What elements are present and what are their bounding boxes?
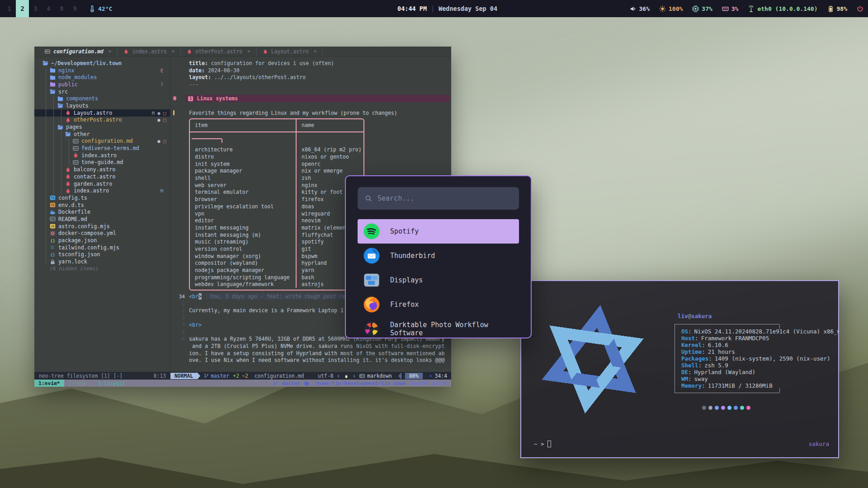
file-tree-item[interactable]: README.md <box>34 216 170 223</box>
tmux-window-tab[interactable]: 2:node- <box>64 380 94 387</box>
editor-tab[interactable]: configuration.md × <box>39 47 118 56</box>
file-tree-item[interactable]: public ? <box>34 81 170 88</box>
file-tree-item[interactable]: Dockerfile <box>34 208 170 216</box>
neotree-position: 8:13 <box>154 373 166 379</box>
table-row: init system openrc <box>190 160 363 168</box>
power-button[interactable] <box>857 5 863 12</box>
file-name: config.ts <box>58 195 87 201</box>
powerline-separator: ‹ <box>353 373 356 379</box>
tmux-clock: Sep 04 16:44 <box>410 380 447 386</box>
tab-label: configuration.md <box>53 48 104 55</box>
search-input[interactable]: Search... <box>358 187 519 210</box>
launcher-app-item[interactable]: Darktable Photo Workflow Software <box>358 317 519 338</box>
volume-widget[interactable]: 36% <box>630 5 650 12</box>
heading-level-icon: 1 <box>188 96 193 101</box>
workspace-button[interactable]: 9 <box>68 0 81 17</box>
file-tree-item[interactable]: garden.astro <box>34 180 170 188</box>
file-tree-item[interactable]: docker-compose.yml <box>34 230 170 237</box>
file-tree-item[interactable]: components <box>34 95 170 102</box>
file-tree-item[interactable]: src <box>34 88 170 95</box>
file-tree-root[interactable]: ~/Development/liv.town <box>34 60 170 67</box>
file-tree-item[interactable]: fediverse-terms.md <box>34 145 170 152</box>
table-header-row: item name <box>190 119 363 132</box>
editor-tab[interactable]: index.astro × <box>118 47 181 56</box>
table-row: version control git <box>190 245 363 253</box>
close-icon[interactable]: × <box>247 48 250 54</box>
file-tree-item[interactable]: layouts <box>34 102 170 109</box>
launcher-app-item[interactable]: Spotify <box>358 219 519 244</box>
workspace-button[interactable]: 4 <box>42 0 55 17</box>
filetype-icon <box>45 49 50 54</box>
close-icon[interactable]: × <box>108 48 112 54</box>
file-tree: ~/Development/liv.town nginx E node_modu… <box>34 56 170 372</box>
table-row: architecture x86_64 (rip m2 pro) <box>190 146 363 154</box>
workspace-button[interactable]: 2 <box>16 0 29 17</box>
table-cell-item: instant messaging (m) <box>190 232 296 238</box>
file-tree-item[interactable]: tone-guide.md <box>34 159 170 166</box>
markdown-table: item name architecture x86_64 (rip m2 pr… <box>189 118 364 291</box>
workspace-button[interactable]: 8 <box>55 0 68 17</box>
app-label: Firefox <box>390 300 419 309</box>
file-tree-item[interactable]: otherPost.astro ●□ <box>34 117 170 124</box>
file-name: tsconfig.json <box>58 251 100 258</box>
network-icon <box>748 5 755 12</box>
workspace-button[interactable]: 3 <box>29 0 42 17</box>
file-tree-item[interactable]: astro.config.mjs <box>34 223 170 230</box>
battery-icon <box>827 5 834 12</box>
indent-guides <box>42 251 50 258</box>
file-tree-item[interactable]: env.d.ts <box>34 202 170 209</box>
table-row: terminal emulator kitty or foot <box>190 189 363 196</box>
file-tree-item[interactable]: node_modules <box>34 74 170 81</box>
indent-guides <box>42 131 65 138</box>
launcher-app-item[interactable]: Displays <box>358 268 519 292</box>
launcher-app-item[interactable]: Thunderbird <box>358 244 519 268</box>
file-icon <box>50 259 56 265</box>
tmux-window-tab[interactable]: 3:lazygit <box>94 380 129 387</box>
fetch-info-line: Uptime21 hours <box>681 348 839 355</box>
indent-guides <box>42 208 50 216</box>
launcher-app-item[interactable]: Firefox <box>358 292 519 317</box>
file-tree-item[interactable]: contact.astro <box>34 173 170 180</box>
fetch-user-host: liv@sakura <box>678 313 712 319</box>
indent-guides <box>42 159 73 166</box>
brightness-widget[interactable]: 100% <box>659 5 683 12</box>
table-row: instant messaging matrix (element) <box>190 224 363 231</box>
terminal-window: liv@sakura OSNixOS 24.11.20240828.71e91c… <box>520 280 839 458</box>
network-widget[interactable]: eth0 (10.0.0.140) <box>748 5 817 12</box>
file-tree-item[interactable]: other <box>34 131 170 138</box>
file-tree-item[interactable]: tsconfig.json <box>34 251 170 258</box>
indent-guides <box>42 138 73 145</box>
file-tree-item[interactable]: tailwind.config.mjs <box>34 244 170 251</box>
tmux-branch: master <box>282 380 301 386</box>
table-row: compositor (wayland) hyprland <box>190 260 363 267</box>
file-tree-item[interactable]: nginx E <box>34 67 170 74</box>
desktop: 123489 42°C 04:44 PM Wednesday Sep 04 36… <box>0 0 868 488</box>
editor-tab[interactable]: Layout.astro × <box>257 47 323 56</box>
file-tree-item[interactable]: index.astro <box>34 152 170 159</box>
indent-guides <box>42 258 50 265</box>
file-tree-item[interactable]: balcony.astro <box>34 166 170 173</box>
editor-tab[interactable]: otherPost.astro × <box>181 47 256 56</box>
file-encoding: utf-8 <box>318 373 333 379</box>
file-name: pages <box>66 124 82 130</box>
tmux-window-tab[interactable]: 1:nvim* <box>34 380 64 387</box>
shell-prompt[interactable]: ~ > <box>534 441 551 447</box>
indent-guides <box>42 123 57 131</box>
file-name: index.astro <box>81 152 117 159</box>
file-tree-item[interactable]: configuration.md ●□ <box>34 138 170 145</box>
file-tree-item[interactable]: config.ts <box>34 194 170 202</box>
file-tree-item[interactable]: pages <box>34 123 170 131</box>
app-label: Thunderbird <box>390 252 435 260</box>
file-tree-item[interactable]: yarn.lock <box>34 258 170 265</box>
table-cell-item: architecture <box>190 146 296 153</box>
close-icon[interactable]: × <box>172 48 175 54</box>
workspace-button[interactable]: 1 <box>3 0 16 17</box>
code-line: --- <box>173 81 451 88</box>
fetch-info-line: DEHyprland (Wayland) <box>681 369 839 375</box>
table-row: editor neovim <box>190 217 363 224</box>
close-icon[interactable]: × <box>314 48 317 54</box>
file-tree-item[interactable]: index.astro H <box>34 187 170 194</box>
tmux-session-info: master /home/liv/Development/liv.town Se… <box>273 380 451 386</box>
file-tree-item[interactable]: Layout.astro H ●□ <box>34 109 170 117</box>
file-tree-item[interactable]: package.json <box>34 237 170 244</box>
